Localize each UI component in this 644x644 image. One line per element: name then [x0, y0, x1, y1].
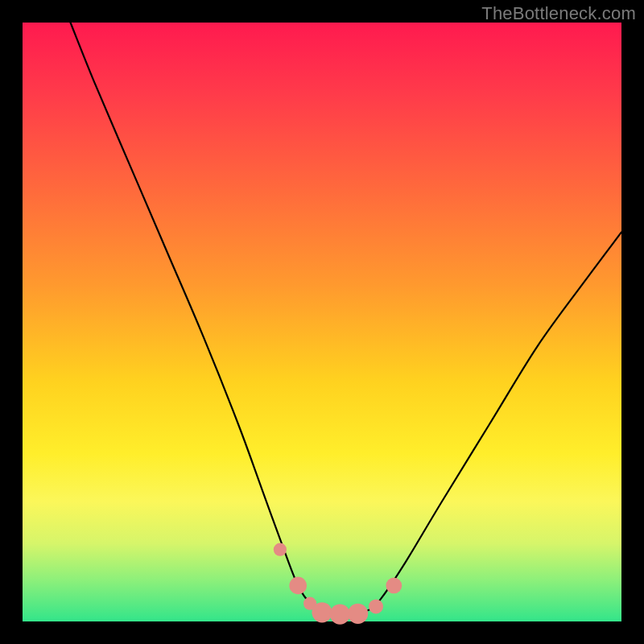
- highlight-dot: [330, 605, 350, 625]
- chart-plot-area: [23, 23, 621, 621]
- chart-frame: TheBottleneck.com: [0, 0, 644, 644]
- watermark-text: TheBottleneck.com: [481, 3, 636, 24]
- highlight-dot: [289, 577, 307, 595]
- highlight-dot: [369, 599, 383, 613]
- chart-svg: [23, 23, 621, 621]
- bottleneck-curve: [71, 23, 622, 615]
- highlight-dots: [274, 543, 402, 625]
- highlight-dot: [274, 543, 287, 556]
- highlight-dot: [386, 578, 402, 594]
- highlight-dot: [312, 602, 332, 622]
- highlight-dot: [348, 604, 368, 624]
